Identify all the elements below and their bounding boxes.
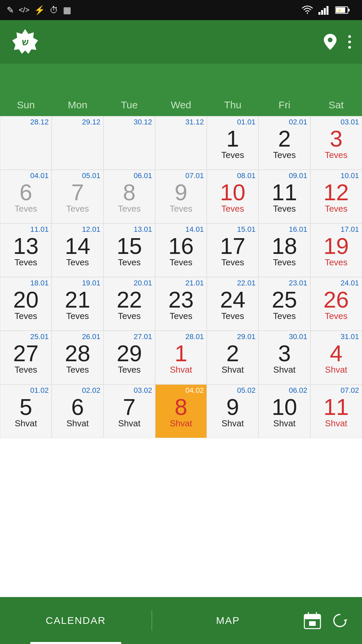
cal-cell[interactable]: 06.018Teves [104,170,155,223]
cal-cell[interactable]: 28.011Shvat [155,331,207,384]
cal-cell[interactable]: 20.0122Teves [104,277,155,331]
cal-cell[interactable]: 26.0128Teves [52,331,103,384]
cell-day-number: 21 [65,288,90,311]
cal-cell[interactable]: 04.028Shvat [155,384,207,438]
cal-cell[interactable]: 23.0125Teves [258,277,310,331]
edit-icon: ✎ [7,5,14,15]
cell-day-number: 24 [220,288,245,311]
refresh-icon[interactable] [331,612,349,629]
cal-cell[interactable]: 31.12 [155,116,207,170]
cal-cell[interactable]: 11.0113Teves [0,223,52,277]
cal-cell[interactable]: 17.0119Teves [310,223,362,277]
cal-cell[interactable]: 29.012Shvat [207,331,258,384]
cell-gregorian-date: 29.01 [237,333,255,340]
cal-cell[interactable]: 29.12 [52,116,103,170]
cal-cell[interactable]: 19.0121Teves [52,277,103,331]
svg-rect-1 [321,10,323,15]
cal-cell[interactable]: 12.0114Teves [52,223,103,277]
bottom-tab-map[interactable]: MAP [152,597,304,644]
cell-gregorian-date: 19.01 [82,279,101,287]
cell-gregorian-date: 16.01 [289,226,307,233]
day-header-wed: Wed [155,97,207,113]
cell-hebrew-date: Teves [221,204,244,213]
cell-day-number: 17 [220,234,245,257]
cal-cell[interactable]: 06.0210Shvat [258,384,310,438]
cell-day-number: 9 [226,395,239,418]
cal-cell[interactable]: 27.0129Teves [104,331,155,384]
cal-cell[interactable]: 04.016Teves [0,170,52,223]
cal-cell[interactable]: 01.011Teves [207,116,258,170]
cell-hebrew-date: Teves [325,312,348,320]
cell-hebrew-date: Teves [118,365,141,374]
cell-gregorian-date: 28.01 [185,333,204,340]
cell-gregorian-date: 04.01 [30,172,49,179]
bottom-nav-icons [304,612,362,629]
usb-icon: ⚡ [34,5,45,15]
cal-cell[interactable]: 02.026Shvat [52,384,103,438]
cell-hebrew-date: Teves [325,151,348,159]
cal-cell[interactable]: 28.12 [0,116,52,170]
calendar-grid: 28.1229.1230.1231.1201.011Teves02.012Tev… [0,116,362,438]
cal-cell[interactable]: 21.0123Teves [155,277,207,331]
clock-icon: ⏱ [50,5,58,15]
cal-cell[interactable]: 30.12 [104,116,155,170]
cell-gregorian-date: 05.01 [82,172,101,179]
cal-cell[interactable]: 07.019Teves [155,170,207,223]
cell-day-number: 9 [175,181,187,204]
cell-day-number: 19 [323,234,349,257]
cell-hebrew-date: Teves [14,365,37,374]
app-logo-icon: ש [10,27,40,57]
cal-cell[interactable]: 18.0120Teves [0,277,52,331]
cal-cell[interactable]: 10.0112Teves [310,170,362,223]
cell-hebrew-date: Teves [118,312,141,320]
cal-cell[interactable]: 03.027Shvat [104,384,155,438]
battery-icon: ⚡ [335,5,351,15]
cell-gregorian-date: 26.01 [82,333,101,340]
cal-cell[interactable]: 13.0115Teves [104,223,155,277]
svg-rect-2 [324,8,326,15]
cell-hebrew-date: Shvat [222,419,244,428]
cal-cell[interactable]: 08.0110Teves [207,170,258,223]
cell-gregorian-date: 07.01 [185,172,204,179]
svg-point-10 [328,38,333,42]
cal-cell[interactable]: 09.0111Teves [258,170,310,223]
cell-hebrew-date: Teves [221,312,244,320]
cal-cell[interactable]: 25.0127Teves [0,331,52,384]
day-header-sun: Sun [0,97,52,113]
cell-hebrew-date: Shvat [325,365,348,374]
cal-cell[interactable]: 22.0124Teves [207,277,258,331]
cell-gregorian-date: 25.01 [30,333,49,340]
cell-day-number: 14 [65,234,90,257]
cal-cell[interactable]: 16.0118Teves [258,223,310,277]
location-icon[interactable] [323,33,337,51]
cell-day-number: 10 [272,395,297,418]
cal-cell[interactable]: 03.013Teves [310,116,362,170]
cell-gregorian-date: 31.12 [185,118,204,126]
cell-hebrew-date: Shvat [170,419,192,428]
cell-day-number: 29 [117,342,142,365]
cell-day-number: 1 [226,127,239,150]
bottom-tab-calendar[interactable]: CALENDAR [0,597,152,644]
calendar-today-icon[interactable] [304,612,321,629]
cal-cell[interactable]: 01.025Shvat [0,384,52,438]
cell-day-number: 8 [123,181,136,204]
cal-cell[interactable]: 15.0117Teves [207,223,258,277]
cal-cell[interactable]: 24.0126Teves [310,277,362,331]
cell-gregorian-date: 23.01 [289,279,307,287]
cal-cell[interactable]: 05.017Teves [52,170,103,223]
status-bar-left: ✎ </> ⚡ ⏱ ▦ [7,5,71,15]
svg-rect-3 [326,6,328,15]
cell-day-number: 25 [272,288,297,311]
svg-point-13 [348,46,351,49]
status-bar: ✎ </> ⚡ ⏱ ▦ ⚡ [0,0,362,20]
cal-cell[interactable]: 31.014Shvat [310,331,362,384]
svg-text:ש: ש [22,37,28,47]
cal-cell[interactable]: 02.012Teves [258,116,310,170]
cal-cell[interactable]: 30.013Shvat [258,331,310,384]
cal-cell[interactable]: 07.0211Shvat [310,384,362,438]
cal-cell[interactable]: 05.029Shvat [207,384,258,438]
cell-gregorian-date: 30.12 [134,118,152,126]
more-options-icon[interactable] [347,34,352,50]
cell-day-number: 28 [65,342,90,365]
cal-cell[interactable]: 14.0116Teves [155,223,207,277]
